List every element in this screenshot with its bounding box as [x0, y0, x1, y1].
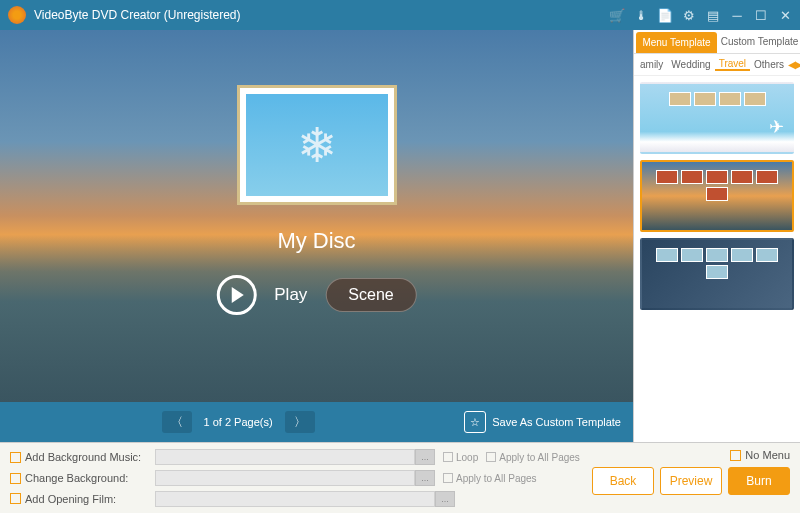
opening-film-checkbox[interactable] [10, 493, 21, 504]
template-item-1[interactable]: ✈ [640, 82, 794, 154]
bg-music-row: Add Background Music: ... Loop Apply to … [10, 449, 580, 466]
options-column: Add Background Music: ... Loop Apply to … [10, 449, 580, 507]
change-bg-checkbox[interactable] [10, 473, 21, 484]
category-scroll-arrows[interactable]: ◀▶ [788, 59, 800, 70]
change-bg-input[interactable] [155, 470, 415, 486]
bg-music-label: Add Background Music: [25, 451, 155, 463]
prev-page-button[interactable]: 〈 [162, 411, 192, 433]
play-button[interactable] [216, 275, 256, 315]
opening-film-label: Add Opening Film: [25, 493, 155, 505]
action-column: No Menu Back Preview Burn [592, 449, 790, 507]
action-buttons: Back Preview Burn [592, 467, 790, 495]
bg-music-input[interactable] [155, 449, 415, 465]
apply-all-bg-label: Apply to All Pages [456, 473, 537, 484]
opening-film-input[interactable] [155, 491, 435, 507]
titlebar: VideoByte DVD Creator (Unregistered) 🛒 🌡… [0, 0, 800, 30]
back-button[interactable]: Back [592, 467, 654, 495]
template-type-tabs: Menu Template Custom Template [634, 30, 800, 54]
airplane-icon: ✈ [769, 116, 784, 138]
tab-custom-template[interactable]: Custom Template [719, 30, 800, 53]
preview-canvas: ❄ My Disc Play Scene [0, 30, 633, 402]
pager-bar: 〈 1 of 2 Page(s) 〉 ☆ Save As Custom Temp… [0, 402, 633, 442]
save-as-template-button[interactable]: ☆ Save As Custom Template [464, 411, 621, 433]
tools-icon[interactable]: ⚙ [682, 8, 696, 22]
thermometer-icon[interactable]: 🌡 [634, 8, 648, 22]
cart-icon[interactable]: 🛒 [610, 8, 624, 22]
preview-area: ❄ My Disc Play Scene 〈 1 of 2 Page(s) 〉 … [0, 30, 633, 442]
bg-music-checkbox[interactable] [10, 452, 21, 463]
minimize-icon[interactable]: ─ [730, 8, 744, 22]
change-bg-row: Change Background: ... Apply to All Page… [10, 470, 580, 487]
apply-all-music-label: Apply to All Pages [499, 452, 580, 463]
play-label[interactable]: Play [274, 285, 307, 305]
template-item-3[interactable] [640, 238, 794, 310]
change-bg-browse-button[interactable]: ... [415, 470, 435, 486]
main-area: ❄ My Disc Play Scene 〈 1 of 2 Page(s) 〉 … [0, 30, 800, 442]
opening-film-browse-button[interactable]: ... [435, 491, 455, 507]
no-menu-label: No Menu [745, 449, 790, 461]
page-indicator: 1 of 2 Page(s) [204, 416, 273, 428]
burn-button[interactable]: Burn [728, 467, 790, 495]
template-list: ✈ [634, 76, 800, 442]
titlebar-icons: 🛒 🌡 📄 ⚙ ▤ ─ ☐ ✕ [610, 8, 792, 22]
app-title: VideoByte DVD Creator (Unregistered) [34, 8, 610, 22]
close-icon[interactable]: ✕ [778, 8, 792, 22]
play-icon [232, 287, 244, 303]
category-wedding[interactable]: Wedding [667, 59, 714, 70]
menu-thumbnail: ❄ [246, 94, 388, 196]
app-logo [8, 6, 26, 24]
tab-menu-template[interactable]: Menu Template [636, 32, 717, 53]
category-others[interactable]: Others [750, 59, 788, 70]
category-travel[interactable]: Travel [715, 58, 750, 71]
no-menu-checkbox[interactable] [730, 450, 741, 461]
snowflake-icon: ❄ [297, 117, 337, 173]
apply-all-bg-checkbox[interactable] [443, 473, 453, 483]
disc-title[interactable]: My Disc [277, 228, 355, 254]
document-icon[interactable]: 📄 [658, 8, 672, 22]
loop-checkbox[interactable] [443, 452, 453, 462]
scene-button[interactable]: Scene [325, 278, 416, 312]
menu-controls: Play Scene [216, 275, 416, 315]
no-menu-row: No Menu [730, 449, 790, 461]
menu-thumbnail-frame[interactable]: ❄ [237, 85, 397, 205]
apply-all-music-checkbox[interactable] [486, 452, 496, 462]
category-tabs: amily Wedding Travel Others ◀▶ [634, 54, 800, 76]
preview-button[interactable]: Preview [660, 467, 722, 495]
change-bg-label: Change Background: [25, 472, 155, 484]
maximize-icon[interactable]: ☐ [754, 8, 768, 22]
bottom-panel: Add Background Music: ... Loop Apply to … [0, 442, 800, 513]
category-family[interactable]: amily [636, 59, 667, 70]
template-item-2[interactable] [640, 160, 794, 232]
loop-label: Loop [456, 452, 478, 463]
save-template-label: Save As Custom Template [492, 416, 621, 428]
template-panel: Menu Template Custom Template amily Wedd… [633, 30, 800, 442]
menu-icon[interactable]: ▤ [706, 8, 720, 22]
star-icon: ☆ [464, 411, 486, 433]
next-page-button[interactable]: 〉 [285, 411, 315, 433]
bg-music-browse-button[interactable]: ... [415, 449, 435, 465]
opening-film-row: Add Opening Film: ... [10, 490, 580, 507]
